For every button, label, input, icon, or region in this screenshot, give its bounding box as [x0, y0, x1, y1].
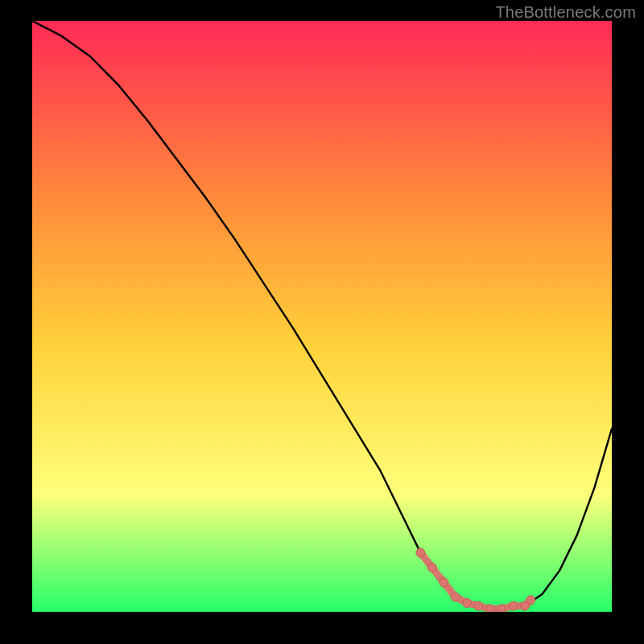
flat-region-dot	[463, 599, 472, 608]
flat-region-dot	[427, 564, 436, 572]
flat-region-dot	[451, 592, 460, 601]
bottleneck-chart	[32, 21, 612, 612]
plot-area	[32, 21, 612, 612]
flat-region-dot	[497, 605, 506, 612]
flat-region-dot	[474, 601, 483, 610]
flat-region-dot	[416, 548, 425, 557]
flat-region-dot	[440, 578, 448, 587]
flat-region-dot	[485, 605, 494, 612]
chart-frame: TheBottleneck.com	[0, 0, 644, 644]
flat-region-dot	[526, 596, 535, 605]
gradient-background	[32, 21, 612, 612]
watermark-text: TheBottleneck.com	[495, 3, 636, 22]
flat-region-dot	[509, 601, 518, 610]
